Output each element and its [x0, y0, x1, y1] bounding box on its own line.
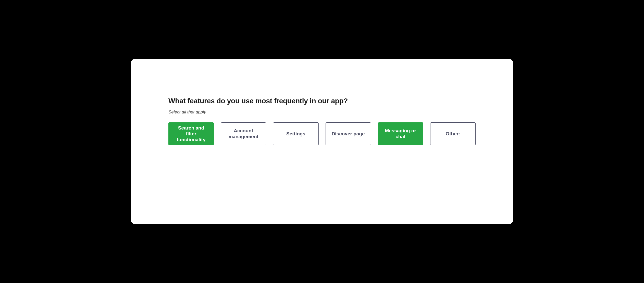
question-subtitle: Select all that apply	[168, 110, 476, 115]
option-messaging-chat[interactable]: Messaging or chat	[378, 122, 423, 145]
option-discover-page[interactable]: Discover page	[326, 122, 371, 145]
option-settings[interactable]: Settings	[273, 122, 318, 145]
option-account-management[interactable]: Account management	[221, 122, 266, 145]
option-search-filter[interactable]: Search and filter functionality	[168, 122, 214, 145]
question-title: What features do you use most frequently…	[168, 97, 476, 105]
options-row: Search and filter functionality Account …	[168, 122, 476, 145]
option-other[interactable]: Other:	[430, 122, 476, 145]
survey-card: What features do you use most frequently…	[131, 59, 513, 224]
